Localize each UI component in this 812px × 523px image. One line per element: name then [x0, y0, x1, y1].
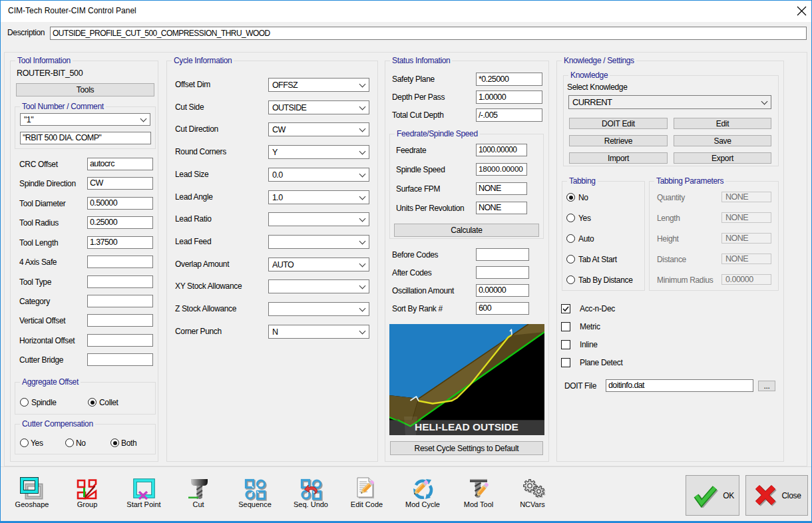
svg-text:HELI-LEAD OUTSIDE: HELI-LEAD OUTSIDE	[415, 421, 518, 433]
